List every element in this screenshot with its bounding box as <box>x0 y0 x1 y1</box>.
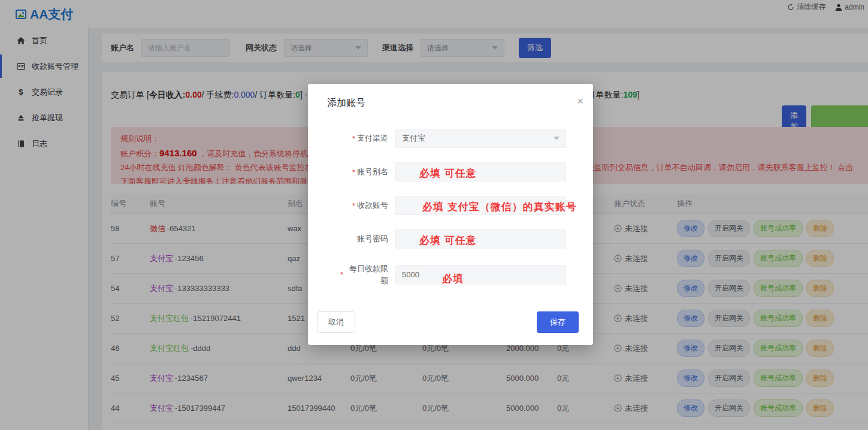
add-account-modal: 添加账号 × *支付渠道 支付宝 *账号别名 必填 可任意 *收款账号 必填 支… <box>308 84 593 345</box>
pay-channel-select[interactable]: 支付宝 <box>395 129 566 148</box>
receive-account-label: 收款账号 <box>357 199 388 211</box>
field-account-password: 账号密码 必填 可任意 <box>317 229 583 249</box>
field-pay-channel: *支付渠道 支付宝 <box>317 129 583 148</box>
close-icon[interactable]: × <box>577 96 583 107</box>
field-account-alias: *账号别名 必填 可任意 <box>317 162 583 181</box>
receive-account-annotation: 必填 支付宝（微信）的真实账号 <box>422 200 577 214</box>
daily-limit-label: 每日收款限额 <box>345 263 388 286</box>
daily-limit-input[interactable] <box>395 265 566 284</box>
modal-title: 添加账号 <box>327 97 365 110</box>
chevron-down-icon <box>554 137 559 140</box>
field-daily-limit: *每日收款限额 必填 <box>317 263 583 286</box>
cancel-button[interactable]: 取消 <box>317 311 355 333</box>
account-password-label: 账号密码 <box>357 233 388 245</box>
account-alias-label: 账号别名 <box>357 166 388 178</box>
save-button[interactable]: 保存 <box>537 311 579 333</box>
field-receive-account: *收款账号 必填 支付宝（微信）的真实账号 <box>317 196 583 215</box>
limit-annotation: 必填 <box>442 272 464 286</box>
pay-channel-label: 支付渠道 <box>357 132 388 144</box>
password-annotation: 必填 可任意 <box>419 234 477 247</box>
alias-annotation: 必填 可任意 <box>419 166 477 180</box>
